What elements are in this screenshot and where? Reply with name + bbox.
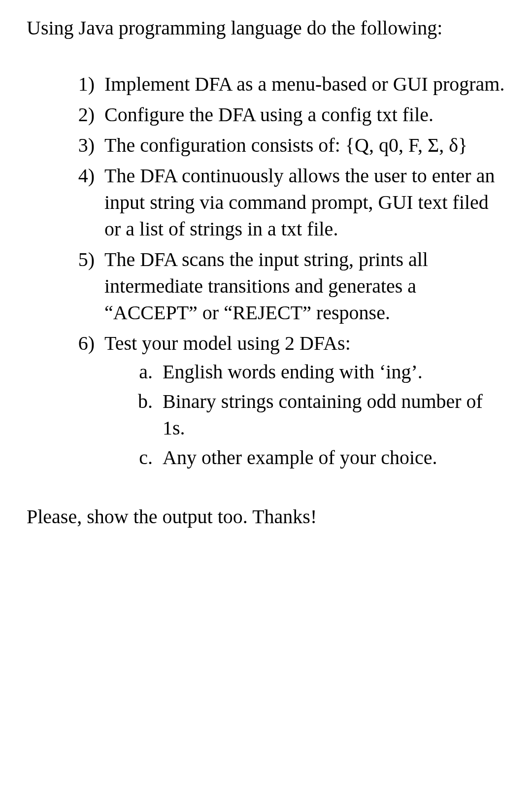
sub-ordered-list: a. English words ending with ‘ing’. b. B… bbox=[104, 359, 505, 471]
main-ordered-list: 1) Implement DFA as a menu-based or GUI … bbox=[27, 71, 505, 474]
list-marker: 2) bbox=[54, 101, 104, 128]
list-item: 4) The DFA continuously allows the user … bbox=[27, 163, 505, 242]
list-marker: 4) bbox=[54, 163, 104, 189]
list-item-text: Configure the DFA using a config txt fil… bbox=[104, 101, 505, 128]
list-item-text: Test your model using 2 DFAs: bbox=[104, 332, 351, 354]
intro-paragraph: Using Java programming language do the f… bbox=[27, 15, 505, 41]
list-item: 5) The DFA scans the input string, print… bbox=[27, 246, 505, 326]
list-item: 6) Test your model using 2 DFAs: a. Engl… bbox=[27, 330, 505, 474]
list-item-text: The DFA continuously allows the user to … bbox=[104, 163, 505, 242]
list-item-text: The DFA scans the input string, prints a… bbox=[104, 246, 505, 326]
list-item-text: The configuration consists of: {Q, q0, F… bbox=[104, 132, 505, 159]
list-item: 1) Implement DFA as a menu-based or GUI … bbox=[27, 71, 505, 98]
list-marker: 6) bbox=[54, 330, 104, 357]
sub-list-item-text: Binary strings containing odd number of … bbox=[163, 388, 505, 441]
sub-list-item: a. English words ending with ‘ing’. bbox=[104, 359, 505, 385]
sub-list-marker: c. bbox=[124, 444, 163, 471]
sub-list-marker: b. bbox=[124, 388, 163, 415]
sub-list-marker: a. bbox=[124, 359, 163, 385]
list-item: 2) Configure the DFA using a config txt … bbox=[27, 101, 505, 128]
sub-list-item-text: Any other example of your choice. bbox=[163, 444, 505, 471]
sub-list-item: c. Any other example of your choice. bbox=[104, 444, 505, 471]
sub-list-item-text: English words ending with ‘ing’. bbox=[163, 359, 505, 385]
list-marker: 5) bbox=[54, 246, 104, 273]
list-item: 3) The configuration consists of: {Q, q0… bbox=[27, 132, 505, 159]
list-item-text: Implement DFA as a menu-based or GUI pro… bbox=[104, 71, 505, 98]
list-item-body: Test your model using 2 DFAs: a. English… bbox=[104, 330, 505, 474]
list-marker: 3) bbox=[54, 132, 104, 159]
list-marker: 1) bbox=[54, 71, 104, 98]
closing-paragraph: Please, show the output too. Thanks! bbox=[27, 504, 505, 530]
sub-list-item: b. Binary strings containing odd number … bbox=[104, 388, 505, 441]
